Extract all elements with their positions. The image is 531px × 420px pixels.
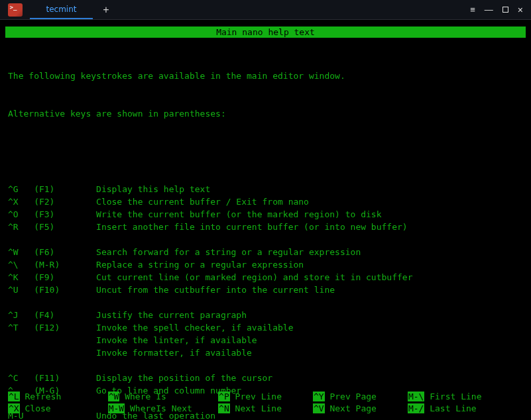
bottom-shortcut-bar: ^L Refresh ^W Where Is ^P Prev Line ^Y P… [8,391,523,415]
help-row: ^T (F12) Invoke the spell checker, if av… [8,321,523,334]
shortcut-label: Prev Page [325,392,408,401]
maximize-button[interactable] [502,7,508,13]
shortcut-label: Prev Line [230,392,313,401]
terminal-area[interactable]: Main nano help text The following keystr… [0,20,531,420]
help-row: ^K (F9) Cut current line (or marked regi… [8,271,523,284]
tab-active[interactable]: tecmint [30,0,93,19]
shortcut-cell: M-/ Last Line [408,403,492,415]
shortcut-label: First Line [424,392,492,401]
shortcut-row: ^X Close M-W WhereIs Next ^N Next Line ^… [8,403,523,415]
help-row: ^G (F1) Display this help text [8,183,523,195]
help-row: ^J (F4) Justify the current paragraph [8,309,523,321]
shortcut-key: M-/ [408,403,424,413]
shortcut-label: Last Line [424,403,492,413]
help-row: Invoke formatter, if available [8,346,523,359]
shortcut-cell: M-W WhereIs Next [108,403,218,415]
help-row: ^X (F2) Close the current buffer / Exit … [8,195,523,208]
shortcut-key: M-W [108,403,125,413]
shortcut-label: Next Line [230,403,313,413]
shortcut-label: Next Page [325,403,408,413]
shortcut-cell: ^X Close [8,403,108,415]
shortcut-key: ^L [8,392,20,401]
close-button[interactable]: × [518,5,523,15]
shortcut-key: ^N [218,403,230,413]
help-row: ^O (F3) Write the current buffer (or the… [8,208,523,221]
shortcut-label: Refresh [20,392,108,401]
help-row: ^C (F11) Display the position of the cur… [8,372,523,384]
shortcut-label: WhereIs Next [125,403,218,413]
help-row: ^\ (M-R) Replace a string or a regular e… [8,258,523,271]
app-icon [0,0,30,19]
shortcut-cell: ^P Prev Line [218,391,313,403]
help-banner: Main nano help text [5,26,526,38]
shortcut-row: ^L Refresh ^W Where Is ^P Prev Line ^Y P… [8,391,523,403]
help-content: The following keystrokes are available i… [8,44,523,420]
window-titlebar: tecmint + ≡ — × [0,0,531,20]
shortcut-key: ^Y [313,392,325,401]
help-row: ^W (F6) Search forward for a string or a… [8,246,523,258]
help-row: ^R (F5) Insert another file into current… [8,221,523,233]
help-row: ^U (F10) Uncut from the cutbuffer into t… [8,284,523,296]
shortcut-cell: ^W Where Is [108,391,218,403]
minimize-button[interactable]: — [485,5,493,14]
help-row [8,359,523,372]
shortcut-key: ^P [218,392,230,401]
shortcut-label: Where Is [119,392,218,401]
shortcut-cell: ^V Next Page [313,403,408,415]
shortcut-cell: ^N Next Line [218,403,313,415]
new-tab-button[interactable]: + [93,0,119,19]
shortcut-cell: ^Y Prev Page [313,391,408,403]
shortcut-cell: M-\ First Line [408,391,492,403]
help-row: Invoke the linter, if available [8,334,523,346]
terminal-icon [8,3,23,17]
shortcut-cell: ^L Refresh [8,391,108,403]
intro-line: The following keystrokes are available i… [8,70,523,82]
help-row [8,233,523,246]
shortcut-label: Close [20,403,108,413]
hamburger-icon[interactable]: ≡ [470,5,475,14]
shortcut-key: ^W [108,392,120,401]
intro-line: Alternative keys are shown in parenthese… [8,107,523,120]
help-row [8,296,523,309]
shortcut-key: M-\ [408,392,424,401]
shortcut-key: ^V [313,403,325,413]
window-controls: ≡ — × [470,0,531,19]
shortcut-key: ^X [8,403,20,413]
